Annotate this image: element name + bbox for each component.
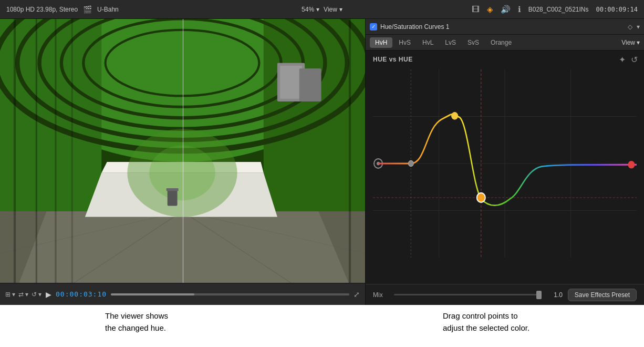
effect-action-diamond[interactable]: ◇: [628, 23, 632, 30]
transform-btn[interactable]: ⇄▾: [18, 291, 28, 298]
resolution-label: 1080p HD 23.98p, Stereo: [6, 6, 78, 13]
zoom-value: 54%: [302, 6, 314, 13]
tab-hvs[interactable]: HvS: [393, 37, 416, 48]
playback-bar: ⊞▾ ⇄▾ ↺▾ ▶ 00:00:03:10 ⤢: [0, 283, 365, 305]
svg-rect-30: [168, 189, 178, 206]
svg-rect-26: [55, 19, 56, 283]
svg-point-46: [408, 160, 413, 166]
layout-btn[interactable]: ⊞▾: [5, 291, 15, 298]
right-panel: ✓ Hue/Saturation Curves 1 ◇ ▾ HvH HvS Hv…: [365, 19, 644, 305]
timeline-scrubber[interactable]: [111, 293, 349, 295]
top-bar-right: 🎞 ◈ 🔊 ℹ B028_C002_0521INs 00:00:09:14: [322, 5, 638, 14]
svg-point-45: [628, 161, 635, 168]
effect-row: ✓ Hue/Saturation Curves 1 ◇ ▾: [366, 19, 644, 35]
view-label: View: [324, 6, 337, 13]
main-content: ⊞▾ ⇄▾ ↺▾ ▶ 00:00:03:10 ⤢ ✓ Hue/Saturatio…: [0, 19, 644, 305]
top-bar-left: 1080p HD 23.98p, Stereo 🎬 U-Bahn: [6, 5, 322, 14]
mix-value: 1.0: [547, 291, 563, 299]
effect-enable-checkbox[interactable]: ✓: [370, 23, 377, 30]
transform-icon: ⇄: [18, 291, 24, 298]
left-panel: ⊞▾ ⇄▾ ↺▾ ▶ 00:00:03:10 ⤢: [0, 19, 365, 305]
curve-view-label: View: [621, 39, 635, 46]
svg-marker-11: [19, 211, 349, 283]
stabilize-icon: ↺: [32, 291, 37, 298]
caption-right-text-2: adjust the selected color.: [443, 322, 591, 334]
zoom-chevron: ▾: [316, 6, 319, 13]
zoom-selector[interactable]: 54% ▾: [302, 6, 319, 13]
color-tab-icon[interactable]: ◈: [487, 5, 493, 14]
svg-rect-27: [71, 19, 73, 283]
video-preview: [0, 19, 365, 283]
caption-left-text: The viewer shows: [105, 310, 252, 322]
inspector-timecode: 00:00:09:14: [596, 6, 638, 13]
curve-editor: HUE vs HUE ✦ ↺: [366, 50, 644, 284]
layout-icon: ⊞: [5, 291, 11, 298]
mix-slider-thumb[interactable]: [536, 291, 542, 299]
effect-name: Hue/Saturation Curves 1: [380, 23, 625, 30]
clip-name: B028_C002_0521INs: [528, 6, 589, 13]
tab-hvh[interactable]: HvH: [370, 37, 392, 48]
svg-rect-24: [14, 19, 16, 283]
fullscreen-btn[interactable]: ⤢: [354, 290, 360, 299]
reset-btn[interactable]: ↺: [631, 55, 638, 65]
mix-slider[interactable]: [394, 294, 542, 295]
svg-rect-25: [36, 19, 37, 283]
curve-svg: [373, 69, 637, 258]
curve-title: HUE vs HUE: [373, 56, 413, 63]
svg-point-19: [149, 146, 215, 201]
curve-tabs: HvH HvS HvL LvS SvS Orange View ▾: [366, 35, 644, 50]
layout-chevron: ▾: [12, 291, 15, 298]
project-name: U-Bahn: [97, 6, 119, 13]
caption-right: Drag control points to adjust the select…: [443, 310, 591, 334]
svg-rect-21: [280, 66, 302, 99]
tab-lvs[interactable]: LvS: [440, 37, 461, 48]
effect-actions: ◇ ▾: [628, 23, 640, 30]
view-selector[interactable]: View ▾: [324, 6, 342, 13]
curve-view-btn[interactable]: View ▾: [621, 39, 640, 46]
svg-rect-22: [299, 68, 321, 101]
svg-rect-29: [349, 19, 351, 283]
audio-tab-icon[interactable]: 🔊: [501, 5, 511, 14]
caption-left: The viewer shows the changed hue.: [105, 310, 252, 334]
curve-grid: [373, 69, 637, 258]
video-area: [0, 19, 365, 283]
caption-right-text: Drag control points to: [443, 310, 591, 322]
curve-tools: ✦ ↺: [619, 55, 638, 65]
info-tab-icon[interactable]: ℹ: [518, 5, 521, 14]
play-button[interactable]: ▶: [46, 290, 51, 299]
tab-svs[interactable]: SvS: [462, 37, 484, 48]
effect-dropdown-btn[interactable]: ▾: [637, 23, 640, 30]
playback-timecode: 00:00:03:10: [56, 290, 107, 298]
svg-point-43: [452, 113, 458, 119]
tab-orange[interactable]: Orange: [485, 37, 517, 48]
timeline-progress: [111, 293, 194, 295]
top-bar: 1080p HD 23.98p, Stereo 🎬 U-Bahn 54% ▾ V…: [0, 0, 644, 19]
caption-left-text-2: the changed hue.: [105, 322, 252, 334]
caption-area: The viewer shows the changed hue. Drag c…: [0, 305, 644, 347]
svg-rect-31: [167, 188, 179, 191]
mix-bar: Mix 1.0 Save Effects Preset: [366, 284, 644, 305]
film-tab-icon[interactable]: 🎞: [472, 5, 480, 14]
stabilize-chevron: ▾: [38, 291, 41, 298]
svg-point-44: [477, 193, 485, 202]
stabilize-btn[interactable]: ↺▾: [32, 291, 41, 298]
film-icon: 🎬: [83, 5, 92, 14]
bottom-controls-left: ⊞▾ ⇄▾ ↺▾: [5, 291, 41, 298]
eyedropper-btn[interactable]: ✦: [619, 55, 626, 65]
curve-view-chevron: ▾: [637, 39, 640, 46]
save-effects-preset-button[interactable]: Save Effects Preset: [568, 289, 637, 301]
mix-label: Mix: [373, 291, 389, 299]
view-chevron: ▾: [339, 6, 342, 13]
transform-chevron: ▾: [25, 291, 28, 298]
tab-hvl[interactable]: HvL: [417, 37, 439, 48]
